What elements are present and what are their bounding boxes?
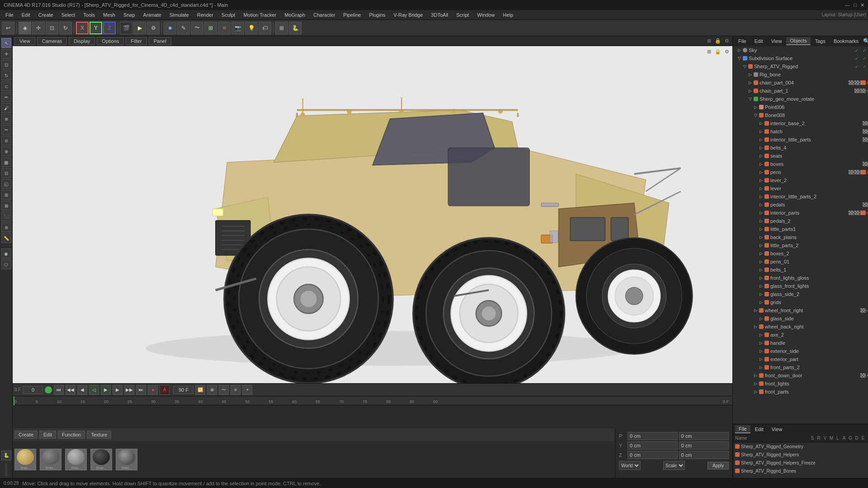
menu-simulate[interactable]: Simulate xyxy=(166,11,193,19)
tree-item-boxes2[interactable]: ▷ boxes_2 xyxy=(733,249,868,258)
tag-btn[interactable]: 🏷 xyxy=(259,22,271,34)
subdivide-tool-btn[interactable]: ▦ xyxy=(1,157,11,167)
obj-tab-bookmarks[interactable]: Bookmarks xyxy=(830,38,862,45)
obj-tab-tags[interactable]: Tags xyxy=(811,38,829,45)
render-view-btn[interactable]: 🎬 xyxy=(120,22,132,34)
tree-item-frontparts2[interactable]: ▷ front_parts_2 xyxy=(733,363,868,371)
tree-item-sherp[interactable]: ▽ Sherp_ATV_Rigged ✓ ✓ xyxy=(733,62,868,70)
attrib-tab-edit[interactable]: Edit xyxy=(751,426,767,433)
tree-item-geoMove[interactable]: ▽ Sherp_geo_move_rotate xyxy=(733,95,868,103)
pos-y2-input[interactable] xyxy=(679,441,729,450)
close-btn[interactable]: ✕ xyxy=(860,2,864,8)
menu-vray[interactable]: V-Ray Bridge xyxy=(390,11,427,19)
tree-item-frontlightsgloss[interactable]: ▷ front_lights_gloss xyxy=(733,274,868,282)
next-frame-btn[interactable]: ▶ xyxy=(113,385,123,395)
attrib-tab-file[interactable]: File xyxy=(735,425,750,433)
attrib-row-3[interactable]: Sherp_ATV_Rigged_Helpers_Freeze xyxy=(733,459,868,467)
menu-snap[interactable]: Snap xyxy=(120,11,139,19)
lasso-tool-btn[interactable]: ⊂ xyxy=(1,81,11,91)
z-axis-btn[interactable]: Z xyxy=(103,22,116,34)
tab-cameras[interactable]: Cameras xyxy=(37,37,67,45)
material-4[interactable]: Sher... xyxy=(90,449,112,470)
viewport-expand-icon[interactable]: ⊞ xyxy=(705,38,712,45)
python-btn[interactable]: 🐍 xyxy=(289,22,302,34)
scale-tool-btn[interactable]: ⊡ xyxy=(1,60,11,70)
knife-tool-btn[interactable]: ⊘ xyxy=(1,136,11,145)
tree-item-intlittle[interactable]: ▷ interior_little_parts xyxy=(733,136,868,144)
sherp-vis-check[interactable]: ✓ xyxy=(853,63,860,70)
tree-item-boxes[interactable]: ▷ boxes xyxy=(733,160,868,168)
viewport-fullscreen-icon[interactable]: ⊞ xyxy=(705,48,712,55)
attrib-tab-view[interactable]: View xyxy=(768,426,786,433)
pos-z2-input[interactable] xyxy=(679,451,729,459)
move-tool-btn[interactable]: ✛ xyxy=(1,49,11,59)
tree-item-lever[interactable]: ▷ lever xyxy=(733,184,868,192)
tree-item-intparts[interactable]: ▷ interior_parts › xyxy=(733,209,868,217)
tree-item-backplains[interactable]: ▷ back_plains xyxy=(733,233,868,241)
render-settings-btn[interactable]: ⚙ xyxy=(147,22,160,34)
window-controls[interactable]: — □ ✕ xyxy=(845,2,864,8)
move-btn[interactable]: ✛ xyxy=(32,22,45,34)
tree-item-frontparts[interactable]: ▷ front_parts xyxy=(733,388,868,396)
dissolve-tool-btn[interactable]: ⊠ xyxy=(1,201,11,211)
cube-btn[interactable]: ■ xyxy=(164,22,176,34)
light-btn[interactable]: 💡 xyxy=(245,22,258,34)
undo-btn[interactable]: ↩ xyxy=(2,22,14,34)
scale-btn[interactable]: ⊡ xyxy=(46,22,58,34)
tree-item-bone008[interactable]: ▽ Bone008 xyxy=(733,111,868,119)
apply-btn[interactable]: Apply xyxy=(708,462,729,469)
measure-tool-btn[interactable]: 📏 xyxy=(1,233,11,243)
menu-sculpt[interactable]: Sculpt xyxy=(218,11,239,19)
camera-btn[interactable]: 📷 xyxy=(231,22,244,34)
tab-options[interactable]: Options xyxy=(97,37,124,45)
tree-item-pens01[interactable]: ▷ pens_01 xyxy=(733,258,868,266)
viewport-camera-icon[interactable]: 🔒 xyxy=(714,48,722,55)
menu-3dtoall[interactable]: 3DToAll xyxy=(427,11,452,19)
tree-item-glassside[interactable]: ▷ glass_side xyxy=(733,314,868,323)
pen-btn[interactable]: ✎ xyxy=(177,22,190,34)
attrib-row-4[interactable]: Sherp_ATV_Rigged_Bones xyxy=(733,467,868,475)
live-select-btn[interactable]: ◈ xyxy=(19,22,31,34)
tree-item-point006[interactable]: ▷ Point006 xyxy=(733,103,868,111)
menu-pipeline[interactable]: Pipeline xyxy=(340,11,364,19)
object-mode-btn[interactable]: ◉ xyxy=(1,249,11,258)
rotate-btn[interactable]: ↻ xyxy=(59,22,72,34)
menu-script[interactable]: Script xyxy=(453,11,472,19)
viewport-lock-icon[interactable]: 🔒 xyxy=(714,38,722,45)
obj-tab-view[interactable]: View xyxy=(768,38,786,45)
bevel-tool-btn[interactable]: ◱ xyxy=(1,179,11,189)
menu-create[interactable]: Create xyxy=(35,11,57,19)
tree-item-glassfrontlights[interactable]: ▷ glass_front_lights xyxy=(733,282,868,290)
fill-tool-btn[interactable]: ⬛ xyxy=(1,211,11,221)
deformer-btn[interactable]: ⌗ xyxy=(218,22,231,34)
panel-search-icon[interactable]: 🔍 xyxy=(863,38,868,44)
y-axis-btn[interactable]: Y xyxy=(90,22,102,34)
minimize-btn[interactable]: — xyxy=(845,2,850,8)
go-start-btn[interactable]: ⏮ xyxy=(54,385,64,395)
snap-tool-btn[interactable]: ⊛ xyxy=(1,222,11,232)
tab-display[interactable]: Display xyxy=(69,37,95,45)
attrib-row-2[interactable]: Sherp_ATV_Rigged_Helpers xyxy=(733,450,868,459)
tree-item-exteriorside[interactable]: ▷ exterior_side xyxy=(733,347,868,355)
render-btn[interactable]: ▶ xyxy=(133,22,146,34)
texture-mode-btn[interactable]: ⬡ xyxy=(1,259,11,269)
material-5[interactable]: Sher... xyxy=(116,449,137,470)
timeline-plus-btn[interactable]: + xyxy=(242,385,252,395)
go-end-btn[interactable]: ⏭ xyxy=(136,385,146,395)
obj-tab-file[interactable]: File xyxy=(735,38,750,45)
rotate-tool-btn[interactable]: ↻ xyxy=(1,70,11,80)
extrude-tool-btn[interactable]: ⊟ xyxy=(1,168,11,178)
dope-btn[interactable]: ≡ xyxy=(231,385,241,395)
connect-tool-btn[interactable]: ⊕ xyxy=(1,146,11,156)
pos-x-input[interactable] xyxy=(627,432,678,440)
menu-mograph[interactable]: MoGraph xyxy=(281,11,309,19)
record-btn[interactable]: ● xyxy=(148,385,158,395)
end-frame-input[interactable] xyxy=(173,386,193,394)
tree-item-intbase2[interactable]: ▷ interior_base_2 xyxy=(733,119,868,127)
play-btn[interactable]: ▶ xyxy=(101,385,111,395)
viewport-render-icon[interactable]: ⚙ xyxy=(723,48,731,55)
subdiv-vis-check[interactable]: ✓ xyxy=(853,55,860,62)
tree-item-littleparts1[interactable]: ▷ little_parts1 xyxy=(733,225,868,233)
tree-item-wheelfrontright[interactable]: ▷ wheel_front_right › xyxy=(733,306,868,314)
menu-select[interactable]: Select xyxy=(58,11,79,19)
